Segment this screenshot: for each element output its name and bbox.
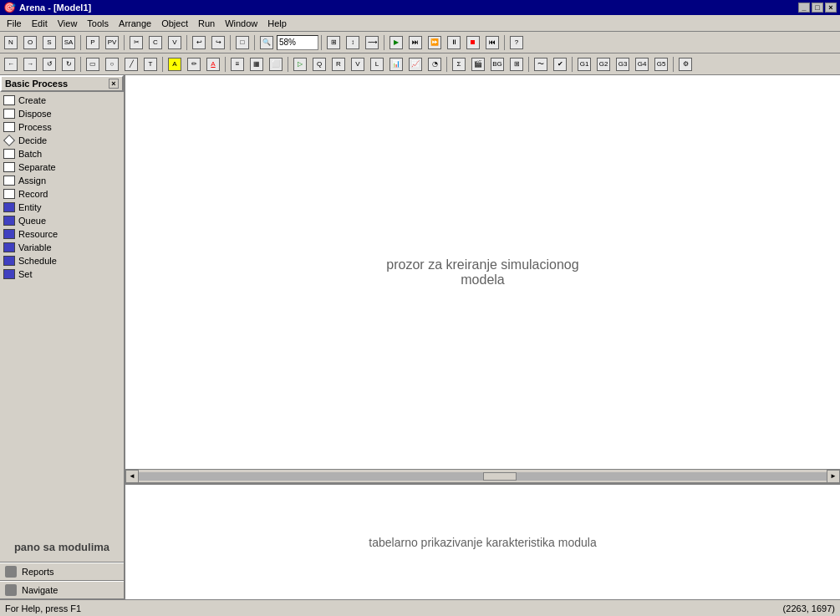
stat-button[interactable]: Σ: [450, 55, 468, 74]
module-set[interactable]: Set: [2, 267, 122, 281]
grid-button[interactable]: ⊞: [507, 55, 526, 74]
bg-button[interactable]: BG: [488, 55, 507, 74]
pause-button[interactable]: ⏸: [445, 33, 463, 52]
stop-button[interactable]: ⏹: [464, 33, 482, 52]
minimize-button[interactable]: _: [798, 3, 810, 13]
cw-button[interactable]: ↻: [59, 55, 78, 74]
animate-queue-button[interactable]: Q: [310, 55, 328, 74]
group2-button[interactable]: G2: [594, 55, 613, 74]
wave-button[interactable]: 〜: [532, 55, 550, 74]
bottom-panel-text: tabelarno prikazivanje karakteristika mo…: [369, 536, 596, 549]
animate-res-button[interactable]: R: [329, 55, 348, 74]
animate-run-button[interactable]: ▷: [291, 55, 309, 74]
move-button[interactable]: ↕: [344, 33, 362, 52]
group1-button[interactable]: G1: [575, 55, 593, 74]
extra-button[interactable]: ⚙: [676, 55, 695, 74]
rewind-button[interactable]: ⏮: [483, 33, 501, 52]
connect-button[interactable]: ⟿: [363, 33, 381, 52]
border-button[interactable]: ⬜: [267, 55, 285, 74]
module-schedule[interactable]: Schedule: [2, 254, 122, 267]
module-variable[interactable]: Variable: [2, 241, 122, 254]
navigate-icon: [5, 584, 17, 596]
save-all-button[interactable]: SA: [59, 33, 78, 52]
menu-help[interactable]: Help: [262, 15, 292, 31]
menu-object[interactable]: Object: [156, 15, 193, 31]
animate-pie-button[interactable]: ◔: [425, 55, 444, 74]
line-draw-button[interactable]: ╱: [122, 55, 140, 74]
h-scroll-thumb[interactable]: [483, 472, 517, 481]
fwd-button[interactable]: →: [21, 55, 39, 74]
text-tool-button[interactable]: T: [141, 55, 160, 74]
font-color-button[interactable]: A: [204, 55, 222, 74]
rectangle-button[interactable]: □: [233, 33, 252, 52]
menu-edit[interactable]: Edit: [27, 15, 53, 31]
module-record[interactable]: Record: [2, 187, 122, 201]
animate-chart-button[interactable]: 📈: [406, 55, 425, 74]
zoom-input[interactable]: [277, 35, 318, 50]
module-assign[interactable]: Assign: [2, 174, 122, 187]
run-button[interactable]: ▶: [387, 33, 405, 52]
module-batch[interactable]: Batch: [2, 147, 122, 160]
menu-file[interactable]: File: [2, 15, 27, 31]
rect-draw-button[interactable]: ▭: [84, 55, 102, 74]
save-button[interactable]: S: [40, 33, 59, 52]
style-button[interactable]: ▦: [247, 55, 266, 74]
check-button[interactable]: ✔: [551, 55, 569, 74]
pen-color-button[interactable]: ✏: [185, 55, 203, 74]
print-button[interactable]: P: [84, 33, 102, 52]
animate-var-button[interactable]: V: [349, 55, 367, 74]
sep-t2-7: [572, 57, 573, 72]
module-create[interactable]: Create: [2, 94, 122, 107]
reports-button[interactable]: Reports: [0, 563, 124, 581]
view-anim-button[interactable]: 🎬: [469, 55, 487, 74]
module-process[interactable]: Process: [2, 120, 122, 134]
menu-view[interactable]: View: [53, 15, 83, 31]
module-entity[interactable]: Entity: [2, 201, 122, 214]
title-bar-text: Arena - [Model1]: [19, 3, 91, 13]
group5-button[interactable]: G5: [652, 55, 670, 74]
schedule-icon: [3, 256, 15, 266]
align-button[interactable]: ≡: [228, 55, 247, 74]
menu-tools[interactable]: Tools: [82, 15, 114, 31]
sep-t2-6: [528, 57, 529, 72]
fill-color-button[interactable]: A: [165, 55, 184, 74]
menu-arrange[interactable]: Arrange: [114, 15, 156, 31]
module-list: Create Dispose Process Decide: [0, 92, 124, 532]
back-button[interactable]: ←: [2, 55, 20, 74]
module-decide[interactable]: Decide: [2, 134, 122, 147]
maximize-button[interactable]: □: [812, 3, 823, 13]
close-button[interactable]: ×: [825, 3, 837, 13]
step-button[interactable]: ⏭: [406, 33, 425, 52]
panel-close-button[interactable]: ×: [109, 79, 119, 89]
paste-button[interactable]: V: [165, 33, 184, 52]
ccw-button[interactable]: ↺: [40, 55, 59, 74]
module-queue[interactable]: Queue: [2, 214, 122, 227]
animate-plot-button[interactable]: 📊: [387, 55, 405, 74]
help-button[interactable]: ?: [507, 33, 526, 52]
canvas-area[interactable]: prozor za kreiranje simulacionog modela: [125, 75, 840, 469]
new-button[interactable]: N: [2, 33, 20, 52]
fast-fwd-button[interactable]: ⏩: [425, 33, 444, 52]
module-separate[interactable]: Separate: [2, 160, 122, 174]
search-button[interactable]: 🔍: [257, 33, 276, 52]
open-button[interactable]: O: [21, 33, 39, 52]
cut-button[interactable]: ✂: [127, 33, 145, 52]
scroll-left-button[interactable]: ◄: [125, 470, 139, 483]
group4-button[interactable]: G4: [633, 55, 651, 74]
navigate-button[interactable]: Navigate: [0, 581, 124, 599]
copy-button[interactable]: C: [146, 33, 165, 52]
undo-button[interactable]: ↩: [190, 33, 208, 52]
h-scrollbar: ◄ ►: [125, 469, 840, 482]
print-preview-button[interactable]: PV: [103, 33, 121, 52]
h-scroll-track[interactable]: [139, 472, 827, 481]
menu-window[interactable]: Window: [220, 15, 262, 31]
snap-button[interactable]: ⊞: [324, 33, 343, 52]
module-resource[interactable]: Resource: [2, 227, 122, 241]
menu-run[interactable]: Run: [193, 15, 220, 31]
redo-button[interactable]: ↪: [209, 33, 227, 52]
group3-button[interactable]: G3: [613, 55, 632, 74]
scroll-right-button[interactable]: ►: [827, 470, 840, 483]
oval-draw-button[interactable]: ○: [103, 55, 121, 74]
module-dispose[interactable]: Dispose: [2, 107, 122, 120]
animate-level-button[interactable]: L: [368, 55, 386, 74]
